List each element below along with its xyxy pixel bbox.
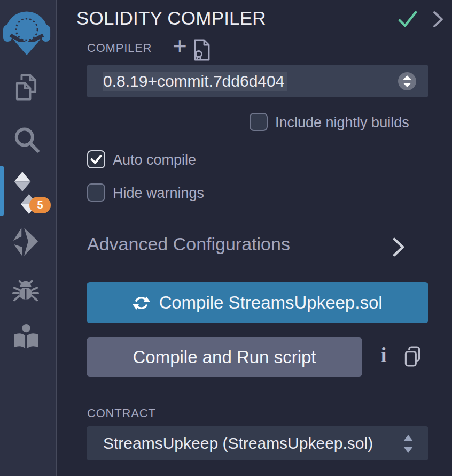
search-icon[interactable] (11, 125, 41, 158)
copy-icon[interactable] (402, 346, 423, 370)
compile-button-label: Compile StreamsUpkeep.sol (159, 293, 382, 313)
active-plugin-indicator (0, 166, 4, 216)
icon-sidebar: 5 (0, 0, 57, 476)
select-up-down-arrows-icon (403, 435, 414, 455)
compile-button[interactable]: Compile StreamsUpkeep.sol (87, 282, 428, 323)
add-custom-compiler-icon[interactable]: + (173, 34, 187, 58)
select-up-down-circle-icon (398, 72, 417, 93)
advanced-chevron-right-icon (392, 236, 406, 260)
compiler-error-badge: 5 (29, 197, 51, 213)
contract-select-value: StreamsUpkeep (StreamsUpkeep.sol) (103, 434, 373, 452)
refresh-icon (133, 294, 150, 312)
compiler-section-label: COMPILER (87, 41, 152, 55)
panel-collapse-chevron-icon[interactable] (432, 10, 445, 30)
contract-section-label: CONTRACT (87, 406, 156, 420)
include-nightly-label[interactable]: Include nightly builds (275, 113, 409, 132)
remix-app: 5 (0, 0, 452, 476)
include-nightly-checkbox[interactable] (250, 113, 268, 131)
info-icon[interactable]: i (377, 342, 391, 367)
advanced-configurations-toggle[interactable]: Advanced Configurations (87, 234, 429, 257)
hide-warnings-checkbox[interactable] (87, 183, 105, 202)
hide-warnings-label[interactable]: Hide warnings (113, 184, 204, 202)
bug-debugger-icon[interactable] (11, 277, 40, 309)
compile-success-check-icon (397, 10, 418, 31)
book-reader-icon[interactable] (12, 322, 41, 354)
advanced-configurations-label: Advanced Configurations (87, 234, 290, 254)
remix-logo-icon[interactable] (2, 5, 51, 56)
compiler-version-select[interactable]: 0.8.19+commit.7dd6d404 (87, 65, 428, 97)
auto-compile-label[interactable]: Auto compile (113, 151, 196, 169)
compile-and-run-button[interactable]: Compile and Run script (87, 337, 362, 377)
solidity-compiler-panel: SOLIDITY COMPILER COMPILER + 0.8.19+comm… (57, 0, 452, 476)
ethereum-deploy-icon[interactable] (9, 224, 42, 260)
contract-select[interactable]: StreamsUpkeep (StreamsUpkeep.sol) (87, 426, 428, 460)
file-seal-icon[interactable] (191, 37, 213, 64)
compiler-version-value: 0.8.19+commit.7dd6d404 (103, 72, 287, 91)
file-explorer-icon[interactable] (10, 71, 42, 105)
page-title: SOLIDITY COMPILER (76, 7, 266, 29)
auto-compile-checkbox[interactable] (87, 150, 105, 168)
